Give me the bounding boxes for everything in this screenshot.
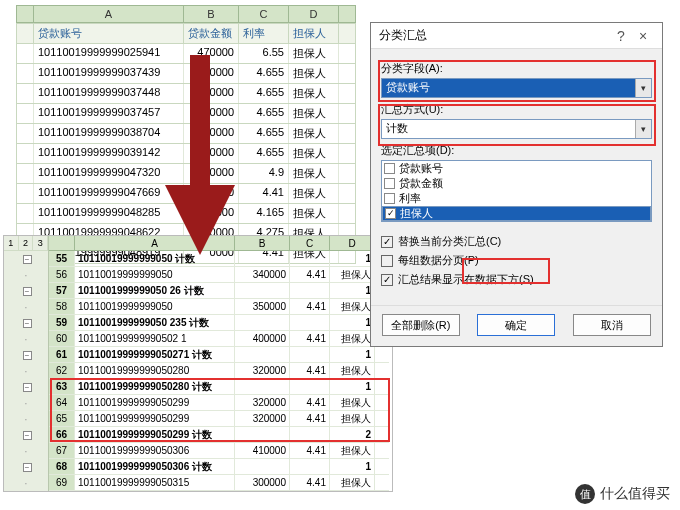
groupby-label: 分类字段(A): <box>381 61 652 76</box>
table-row[interactable]: 62101100199999990502803200004.41担保人 <box>49 363 389 379</box>
watermark: 值什么值得买 <box>575 484 670 504</box>
table-row[interactable]: 56101100199999990503400004.41担保人 <box>49 267 389 283</box>
outline-toggle[interactable]: · <box>4 411 48 427</box>
pagebreak-checkbox[interactable]: 每组数据分页(P) <box>381 253 652 268</box>
outline-toggle[interactable]: − <box>4 251 48 267</box>
outline-toggle[interactable]: · <box>4 395 48 411</box>
table-row[interactable]: 69101100199999990503153000004.41担保人 <box>49 475 389 491</box>
table-row[interactable]: 571011001999999050 26 计数1 <box>49 283 389 299</box>
list-item[interactable]: 贷款账号 <box>382 161 651 176</box>
function-label: 汇总方式(U): <box>381 102 652 117</box>
outline-toggle[interactable]: − <box>4 379 48 395</box>
subtotal-items-label: 选定汇总项(D): <box>381 143 652 158</box>
table-row[interactable]: 67101100199999990503064100004.41担保人 <box>49 443 389 459</box>
bottom-grid: 1 2 3 −·−·−·−·−··−·−· A B C D 5510110019… <box>3 235 393 492</box>
outline-levels: 1 2 3 <box>4 236 48 251</box>
outline-toggle[interactable]: − <box>4 347 48 363</box>
replace-checkbox[interactable]: ✓替换当前分类汇总(C) <box>381 234 652 249</box>
outline-toggle[interactable]: · <box>4 475 48 491</box>
dialog-titlebar[interactable]: 分类汇总 ? × <box>371 23 662 49</box>
function-select[interactable]: 计数▾ <box>381 119 652 139</box>
outline-toggle[interactable]: − <box>4 283 48 299</box>
table-row[interactable]: 6610110019999999050299 计数2 <box>49 427 389 443</box>
outline-toggle[interactable]: · <box>4 267 48 283</box>
chevron-down-icon[interactable]: ▾ <box>635 120 651 138</box>
subtotal-items-list[interactable]: 贷款账号贷款金额利率✓担保人 <box>381 160 652 222</box>
outline-pane[interactable]: 1 2 3 −·−·−·−·−··−·−· <box>4 236 49 491</box>
remove-all-button[interactable]: 全部删除(R) <box>382 314 460 336</box>
outline-toggle[interactable]: · <box>4 443 48 459</box>
table-row[interactable]: 6110110019999999050271 计数1 <box>49 347 389 363</box>
table-row[interactable]: 591011001999999050 235 计数1 <box>49 315 389 331</box>
list-item[interactable]: ✓担保人 <box>382 206 651 221</box>
table-row[interactable]: 60101100199999990502 14000004.41担保人 <box>49 331 389 347</box>
list-item[interactable]: 利率 <box>382 191 651 206</box>
col-letters: A B C D <box>16 5 356 23</box>
ok-button[interactable]: 确定 <box>477 314 555 336</box>
table-row[interactable]: 6310110019999999050280 计数1 <box>49 379 389 395</box>
subtotal-dialog: 分类汇总 ? × 分类字段(A): 贷款账号▾ 汇总方式(U): 计数▾ 选定汇… <box>370 22 663 347</box>
cancel-button[interactable]: 取消 <box>573 314 651 336</box>
chevron-down-icon[interactable]: ▾ <box>635 79 651 97</box>
help-icon[interactable]: ? <box>610 28 632 44</box>
table-row[interactable]: 65101100199999990502993200004.41担保人 <box>49 411 389 427</box>
dialog-title: 分类汇总 <box>379 27 610 44</box>
outline-toggle[interactable]: · <box>4 299 48 315</box>
outline-toggle[interactable]: − <box>4 427 48 443</box>
outline-toggle[interactable]: − <box>4 459 48 475</box>
table-row[interactable]: 64101100199999990502993200004.41担保人 <box>49 395 389 411</box>
close-icon[interactable]: × <box>632 28 654 44</box>
header-row: 贷款账号 贷款金额 利率 担保人 <box>16 23 356 44</box>
arrow-annotation <box>165 55 235 255</box>
outline-toggle[interactable]: · <box>4 363 48 379</box>
summary-below-checkbox[interactable]: ✓汇总结果显示在数据下方(S) <box>381 272 652 287</box>
list-item[interactable]: 贷款金额 <box>382 176 651 191</box>
groupby-select[interactable]: 贷款账号▾ <box>381 78 652 98</box>
table-row[interactable]: 6810110019999999050306 计数1 <box>49 459 389 475</box>
outline-toggle[interactable]: · <box>4 331 48 347</box>
table-row[interactable]: 58101100199999990503500004.41担保人 <box>49 299 389 315</box>
outline-toggle[interactable]: − <box>4 315 48 331</box>
